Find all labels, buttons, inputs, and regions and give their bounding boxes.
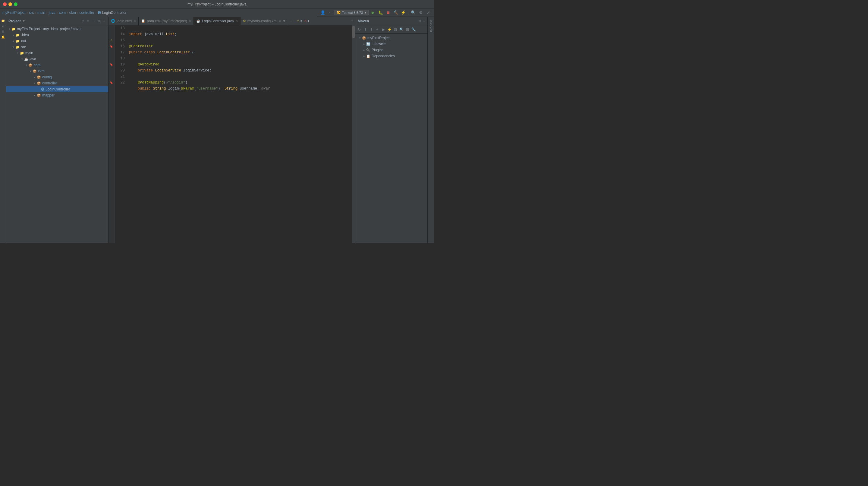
notification-icon[interactable]: 🔔: [1, 34, 5, 39]
database-tab[interactable]: Database: [428, 17, 434, 36]
tree-src[interactable]: ▾ 📁 src: [6, 44, 108, 50]
tab-pom-xml[interactable]: 📋 pom.xml (myFirstProject) ✕: [138, 17, 193, 25]
more-run-icon[interactable]: ⚡: [400, 9, 407, 16]
maven-deps[interactable]: ▸ 📋 Dependencies: [355, 53, 427, 59]
locate-icon[interactable]: ⊙: [81, 19, 85, 24]
back-icon[interactable]: ←: [327, 9, 334, 16]
profile-icon[interactable]: 👤: [319, 9, 326, 16]
tab-login-html[interactable]: 🌐 login.html ✕: [108, 17, 138, 25]
expand-icon[interactable]: ⤢: [425, 9, 432, 16]
run-button[interactable]: ▶: [370, 9, 376, 16]
maven-lifecycle[interactable]: ▸ 🔄 Lifecycle: [355, 41, 427, 47]
maven-root-icon: 📦: [362, 36, 366, 40]
tree-idea[interactable]: ▸ 📁 .idea: [6, 32, 108, 38]
maven-toolbar: ↻ ⬇ ⬇ ＋ ▶ ⚡ ⊡ 🔍 ⊞ 🔧: [355, 25, 427, 34]
maven-filter-icon[interactable]: ⊞: [405, 27, 410, 32]
tree-out-label: out: [21, 39, 26, 43]
collapse-icon[interactable]: ≡: [86, 19, 90, 24]
editor-scrollbar[interactable]: [352, 25, 355, 243]
tree-logincontroller-label: LoginController: [45, 87, 70, 91]
maven-refresh-icon[interactable]: ↻: [356, 27, 362, 32]
settings-icon[interactable]: ⚙: [417, 9, 424, 16]
tab-close-login[interactable]: ✕: [133, 19, 136, 23]
gutter-line-19: 🔖: [108, 61, 114, 67]
build-icon[interactable]: 🔨: [393, 9, 399, 16]
debug-button[interactable]: 🐛: [377, 9, 384, 16]
window-controls[interactable]: [3, 2, 18, 6]
maven-root[interactable]: ▾ 📦 myFirstProject: [355, 35, 427, 41]
tab-label-pom: pom.xml (myFirstProject): [147, 19, 187, 23]
breadcrumb-project[interactable]: myFirstProject: [2, 10, 26, 15]
tab-more[interactable]: ⋯: [288, 17, 296, 25]
structure-icon[interactable]: ⊞: [1, 29, 5, 34]
tab-logincontroller-java[interactable]: ☕ LoginController.java ✕: [194, 17, 241, 25]
project-tree: ▾ 📁 myFirstProject ~/my_idea_project/mav…: [6, 25, 108, 243]
minimize-panel-icon[interactable]: −: [102, 19, 106, 24]
breadcrumb-src[interactable]: src: [29, 10, 34, 15]
tree-main-label: main: [25, 51, 33, 55]
tree-controller[interactable]: ▾ 📦 controller: [6, 80, 108, 86]
title-bar: myFirstProject – LoginController.java: [0, 0, 434, 8]
maven-plugins-icon: 🔌: [366, 48, 370, 52]
gutter-line-18: [108, 56, 114, 61]
bookmark-gutter-icon2: 🔖: [110, 63, 113, 66]
minimize-button[interactable]: [8, 2, 12, 6]
maven-lifecycle-label: Lifecycle: [372, 42, 386, 46]
tree-out[interactable]: ▸ 📁 out: [6, 38, 108, 44]
project-header-icons[interactable]: ⊙ ≡ ⋯ ⚙ −: [81, 19, 106, 24]
maven-wrench-icon[interactable]: 🔧: [411, 27, 416, 32]
maven-header-icons[interactable]: ⚙ −: [418, 19, 425, 23]
tree-java[interactable]: ▾ ☕ java: [6, 56, 108, 62]
breadcrumb-main[interactable]: main: [37, 10, 45, 15]
gear-icon[interactable]: ⚙: [97, 19, 101, 24]
tree-java-label: java: [30, 57, 36, 61]
code-content[interactable]: import java.util.List; @Controller publi…: [127, 25, 352, 243]
bookmark-icon[interactable]: ★: [1, 24, 5, 28]
maven-minimize-icon[interactable]: −: [423, 19, 425, 23]
tab-close-pom[interactable]: ✕: [189, 19, 191, 23]
tab-label-mybatis: mybatis-config.xml: [247, 19, 277, 23]
tree-ckm[interactable]: ▾ 📦 ckm: [6, 68, 108, 74]
tree-main[interactable]: ▾ 📁 main: [6, 50, 108, 56]
tab-mybatis-xml[interactable]: ⚙ mybatis-config.xml ✕ ▼: [241, 17, 288, 25]
tree-com[interactable]: ▾ 📦 com: [6, 62, 108, 68]
stop-button[interactable]: ⏹: [385, 9, 392, 16]
error-circle-icon: ⚠: [304, 19, 307, 23]
maven-plugins-label: Plugins: [372, 48, 383, 52]
maven-deps-icon: 📋: [366, 54, 370, 58]
tree-ckm-label: ckm: [38, 69, 44, 73]
tree-config[interactable]: ▸ 📦 config: [6, 74, 108, 80]
maven-phase-icon[interactable]: ⚡: [387, 27, 392, 32]
breadcrumb-current: LoginController: [102, 10, 126, 15]
editor-expand-icon[interactable]: ⌃: [351, 19, 354, 23]
tree-logincontroller[interactable]: 🅒 LoginController: [6, 86, 108, 92]
maven-search-icon[interactable]: 🔍: [399, 27, 404, 32]
dots-icon[interactable]: ⋯: [91, 19, 96, 24]
maven-settings-icon[interactable]: ⚙: [418, 19, 422, 23]
breadcrumb-ckm[interactable]: ckm: [69, 10, 76, 15]
breadcrumb-controller[interactable]: controller: [79, 10, 94, 15]
tree-mapper-label: mapper: [42, 93, 55, 97]
maven-header: Maven ⚙ −: [355, 17, 427, 25]
maven-download-sources-icon[interactable]: ⬇: [369, 27, 374, 32]
maven-plugins[interactable]: ▸ 🔌 Plugins: [355, 47, 427, 53]
maven-run-icon[interactable]: ▶: [381, 27, 386, 32]
warnings-badge: ⚠ 3 ⚠ 1: [297, 17, 309, 25]
maven-deps-label: Dependencies: [372, 54, 395, 58]
tree-root[interactable]: ▾ 📁 myFirstProject ~/my_idea_project/mav…: [6, 26, 108, 32]
maven-toggle-icon[interactable]: ⊡: [393, 27, 398, 32]
breadcrumb-java[interactable]: java: [49, 10, 56, 15]
maven-download-icon[interactable]: ⬇: [363, 27, 368, 32]
close-button[interactable]: [3, 2, 7, 6]
maven-add-icon[interactable]: ＋: [375, 27, 380, 32]
search-icon[interactable]: 🔍: [410, 9, 416, 16]
editor-tab-bar: 🌐 login.html ✕ 📋 pom.xml (myFirstProject…: [108, 17, 355, 25]
maximize-button[interactable]: [14, 2, 18, 6]
breadcrumb-com[interactable]: com: [59, 10, 66, 15]
tree-mapper[interactable]: ▸ 📦 mapper: [6, 92, 108, 98]
tab-close-logincontroller[interactable]: ✕: [236, 19, 238, 23]
maven-lifecycle-icon: 🔄: [366, 42, 370, 46]
tomcat-selector[interactable]: 🐱 Tomcat 8.5.73 ▼: [335, 10, 369, 16]
tab-close-mybatis[interactable]: ✕: [279, 19, 281, 23]
project-icon[interactable]: 📁: [1, 18, 5, 23]
